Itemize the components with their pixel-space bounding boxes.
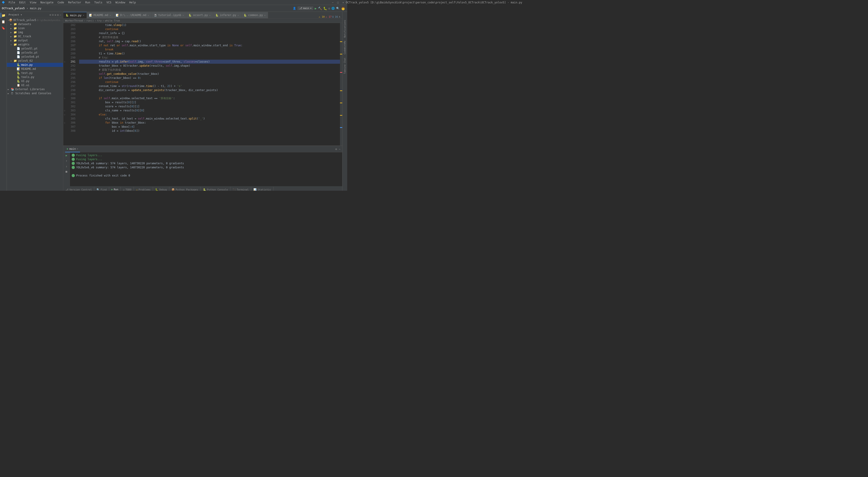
readme-md-file-icon: 📝 (17, 67, 20, 70)
tab-readme-d[interactable]: 📝 D:\...\README.md ✕ (114, 12, 152, 18)
menu-view[interactable]: View (28, 0, 38, 4)
tab-inferer-close[interactable]: ✕ (238, 14, 239, 17)
tool-tab-find[interactable]: 🔍 Find (94, 187, 109, 191)
structure-activity-btn[interactable]: 📋 (1, 19, 6, 24)
tool-tab-problems[interactable]: ⚠ Problems (134, 187, 153, 191)
menu-help[interactable]: Help (127, 0, 138, 4)
avatar-icon[interactable]: 👨 (341, 6, 345, 10)
settings-icon[interactable]: ⚙ (57, 13, 59, 17)
run-tab[interactable]: ▶ main ✕ (65, 146, 80, 152)
tab-main-py-close[interactable]: ✕ (83, 14, 84, 17)
tab-inferer[interactable]: 🐍 inferer.py ✕ (213, 12, 241, 18)
tab-common[interactable]: 🐍 common.py ✕ (241, 12, 268, 18)
tree-datasets[interactable]: ▶ 📁 datasets (7, 22, 63, 26)
menu-file[interactable]: File (7, 0, 17, 4)
tool-tab-python-console[interactable]: 🐍 Python Console (201, 187, 230, 191)
tree-test-py[interactable]: 🐍 test.py (7, 71, 63, 75)
tree-ext-libs[interactable]: ▶ 📚 External Libraries (7, 87, 63, 91)
gutter-mark-304[interactable]: ○ (63, 113, 66, 117)
tab-main-py[interactable]: 🐍 main.py ✕ (63, 12, 87, 18)
translate-icon[interactable]: 🌐 (331, 7, 335, 10)
project-activity-btn[interactable]: 📁 (1, 13, 6, 18)
run-play-btn[interactable]: ▶ (64, 153, 69, 158)
run-stop-btn[interactable]: ⏹ (64, 169, 69, 174)
minimize-btn[interactable]: − (331, 1, 335, 4)
close-panel-icon[interactable]: − (60, 13, 61, 17)
tab-common-close[interactable]: ✕ (264, 14, 266, 17)
tool-tab-debug[interactable]: 🐛 Debug (153, 187, 169, 191)
linenum-286: 286 (66, 39, 77, 43)
menu-code[interactable]: Code (56, 0, 66, 4)
tree-ui-py[interactable]: 🐍 UI.py (7, 79, 63, 83)
weights-label: weights (18, 43, 30, 46)
collapse-all-icon[interactable]: ⊟ (52, 13, 54, 17)
menu-navigate[interactable]: Navigate (39, 0, 55, 4)
yolov5x6-file-icon: 📄 (17, 55, 20, 58)
menu-refactor[interactable]: Refactor (66, 0, 83, 4)
gutter-mark-299 (63, 92, 66, 96)
locate-file-icon[interactable]: ⊕ (50, 13, 51, 17)
gutter-mark-306[interactable]: ○ (63, 121, 66, 125)
menu-edit[interactable]: Edit (18, 0, 28, 4)
tool-tab-statistic[interactable]: 📊 Statistic (251, 187, 274, 191)
branch-selector[interactable]: ⎇ main ▾ (298, 6, 313, 10)
debug-btn2[interactable]: 🐛 (323, 6, 327, 10)
menu-run[interactable]: Run (84, 0, 92, 4)
activity-bar: 📁 📋 🔖 (0, 12, 7, 191)
tab-ocsort[interactable]: 🐍 ocsort.py ✕ (186, 12, 213, 18)
tree-ui-ui[interactable]: 📋 UI.ui (7, 83, 63, 87)
tree-scratches[interactable]: ▶ 🗒 Scratches and Consoles (7, 91, 63, 95)
search-icon[interactable]: 🔍 (336, 7, 340, 10)
gutter-mark-300[interactable]: ○ (63, 96, 66, 100)
tool-tab-version-control[interactable]: ⎇ Version Control (63, 187, 94, 191)
tool-tab-python-packages[interactable]: 📦 Python Packages (169, 187, 200, 191)
far-right-notifications[interactable]: Notifications (343, 19, 346, 39)
tab-readme-close[interactable]: ✕ (110, 14, 111, 17)
editor-code-area[interactable]: time.sleep(1) continue result_info = {} … (77, 23, 340, 146)
tool-tab-todo[interactable]: ☑ TODO (121, 187, 134, 191)
close-btn[interactable]: ✕ (341, 1, 345, 4)
profile-icon[interactable]: 👤 (293, 7, 296, 10)
build-btn[interactable]: 🔨 (318, 6, 322, 10)
tree-output[interactable]: ▶ 📁 output (7, 38, 63, 42)
bookmarks-activity-btn[interactable]: 🔖 (1, 25, 6, 31)
tree-tools-py[interactable]: 🐍 tools.py (7, 75, 63, 79)
tree-weights[interactable]: ▾ 📁 weights (7, 42, 63, 46)
collapse-icon[interactable]: ∧ (339, 15, 340, 18)
panel-settings-icon[interactable]: ⚙ (336, 148, 337, 151)
tree-main-py[interactable]: 🐍 main.py (7, 63, 63, 67)
tab-ocsort-close[interactable]: ✕ (209, 14, 211, 17)
tree-oc-track[interactable]: ▶ 📁 OC_track (7, 34, 63, 38)
run-btn[interactable]: ▶ (315, 6, 316, 10)
tab-tutorial[interactable]: 📓 tutorial.ipynb ✕ (151, 12, 186, 18)
tree-yolov5-62[interactable]: ▾ 📁 yolov5_62 (7, 59, 63, 63)
gutter-mark-303[interactable]: ○ (63, 108, 66, 113)
code-line-291: results = y5.infer(self.img, conf_thres=… (79, 60, 340, 64)
tab-readme-d-close[interactable]: ✕ (148, 14, 149, 17)
tree-yolov5x6[interactable]: 📄 yolov5x6.pt (7, 55, 63, 59)
tree-img[interactable]: ▶ 📁 img (7, 30, 63, 34)
run-tab-close[interactable]: ✕ (77, 148, 78, 150)
menu-window[interactable]: Window (114, 0, 127, 4)
tab-readme[interactable]: 📝 README.md ✕ (87, 12, 114, 18)
tool-tab-run[interactable]: ▶ Run (109, 187, 121, 191)
run-scroll-up-btn[interactable]: ↑ (64, 159, 69, 163)
tab-inferer-icon: 🐍 (215, 14, 219, 17)
tree-readme-md[interactable]: 📝 README.md (7, 67, 63, 71)
show-options-icon[interactable]: ≡ (55, 13, 56, 17)
tree-yolov5l[interactable]: 📄 yolov5l.pt (7, 46, 63, 51)
menu-tools[interactable]: Tools (92, 0, 104, 4)
run-scroll-down-btn[interactable]: ↓ (64, 164, 69, 168)
far-right-codewithme[interactable]: CodeWithMe (343, 39, 346, 56)
gutter-mark-291[interactable]: ○ (63, 60, 66, 64)
coverage-btn[interactable]: ◎ (329, 7, 330, 10)
tool-tab-terminal[interactable]: ⬛ Terminal (230, 187, 251, 191)
tree-root[interactable]: ▾ 📦 OCTrack_yolov5 D:\g\BaiduSyncdis... (7, 18, 63, 22)
tree-yolov5s[interactable]: 📄 yolov5s.pt (7, 51, 63, 55)
menu-vcs[interactable]: VCS (105, 0, 113, 4)
restore-btn[interactable]: □ (336, 1, 340, 4)
tree-icon[interactable]: ▶ 📁 icon (7, 26, 63, 30)
far-right-tabnine-chat[interactable]: Tabnine Chat (343, 56, 346, 75)
panel-minimize-icon[interactable]: − (339, 148, 340, 151)
tab-tutorial-close[interactable]: ✕ (182, 14, 184, 17)
